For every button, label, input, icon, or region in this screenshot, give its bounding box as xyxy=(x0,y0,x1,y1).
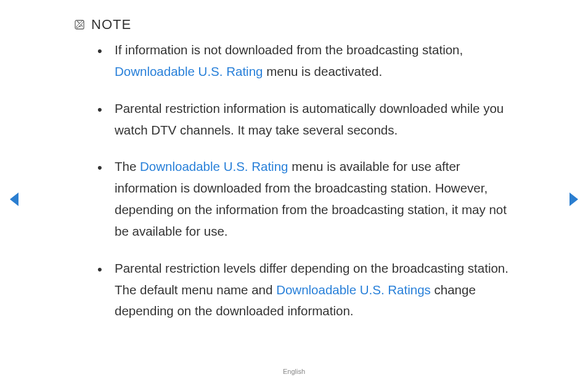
bullet-text-pre: Parental restriction information is auto… xyxy=(115,101,504,137)
previous-page-button[interactable] xyxy=(7,191,21,210)
arrow-right-icon xyxy=(567,191,581,207)
bullet-text-pre: If information is not downloaded from th… xyxy=(115,43,463,57)
link-text: Downloadable U.S. Ratings xyxy=(276,283,431,297)
note-label: NOTE xyxy=(91,17,131,33)
bullet-list: If information is not downloaded from th… xyxy=(97,39,521,322)
list-item: Parental restriction levels differ depen… xyxy=(97,258,521,323)
footer-language: English xyxy=(0,368,588,375)
list-item: If information is not downloaded from th… xyxy=(97,39,521,83)
note-icon xyxy=(74,19,85,30)
list-item: Parental restriction information is auto… xyxy=(97,98,521,141)
next-page-button[interactable] xyxy=(567,191,581,210)
link-text: Downloadable U.S. Rating xyxy=(115,64,263,78)
list-item: The Downloadable U.S. Rating menu is ava… xyxy=(97,156,521,242)
note-content: If information is not downloaded from th… xyxy=(97,39,521,337)
link-text: Downloadable U.S. Rating xyxy=(140,159,288,173)
note-header: NOTE xyxy=(74,17,131,33)
bullet-text-pre: The xyxy=(115,159,140,173)
bullet-text-post: menu is deactivated. xyxy=(263,64,382,78)
arrow-left-icon xyxy=(7,191,21,207)
